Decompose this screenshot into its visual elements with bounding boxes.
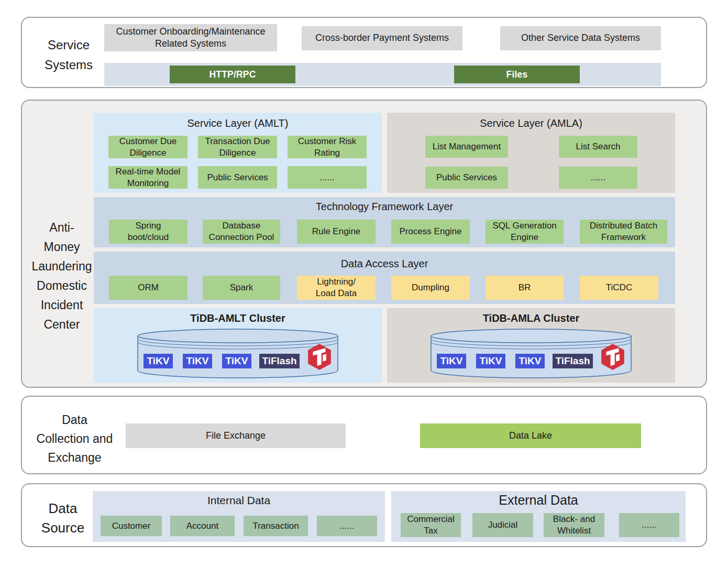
panel-tidb-amla-cluster: TiDB-AMLA Cluster TiKV TiKV TiKV TiFlash [387, 308, 675, 383]
panel-service-layer-amla: Service Layer (AMLA) List Management Lis… [387, 113, 675, 193]
section-data-collection-exchange: Data Collection and Exchange File Exchan… [21, 396, 707, 474]
panel-service-layer-amlt: Service Layer (AMLT) Customer Due Dilige… [94, 113, 382, 193]
section-service-systems: Service Systems Customer Onboarding/Main… [21, 17, 707, 88]
data-collection-label: Data Collection and Exchange [26, 410, 123, 467]
amlt-chip-public-services: Public Services [198, 166, 277, 189]
tidb-amlt-cluster-title: TiDB-AMLT Cluster [94, 308, 382, 324]
service-systems-label: Service Systems [29, 35, 108, 75]
access-chip-ticdc: TiCDC [580, 276, 658, 300]
access-chip-spark: Spark [203, 276, 280, 300]
data-source-label: Data Source [26, 499, 100, 538]
tikv-node-badge: TiKV [183, 354, 212, 368]
tikv-node-badge: TiKV [515, 354, 545, 368]
tikv-node-badge: TiKV [437, 354, 466, 368]
file-exchange-box: File Exchange [126, 423, 346, 448]
tikv-node-badge: TiKV [476, 354, 505, 368]
amla-chip-public-services: Public Services [425, 167, 508, 189]
http-rpc-connector: HTTP/RPC [170, 66, 295, 83]
tech-chip-spring-boot-cloud: Spring boot/cloud [109, 220, 187, 244]
tikv-node-badge: TiKV [144, 354, 173, 368]
panel-tidb-amlt-cluster: TiDB-AMLT Cluster TiKV TiKV TiKV TiFlash [94, 308, 382, 383]
amlt-chip-transaction-due-diligence: Transaction Due Diligence [198, 136, 277, 158]
tech-chip-distributed-batch-framework: Distributed Batch Framework [580, 220, 667, 244]
external-data-title: External Data [391, 491, 686, 508]
internal-data-title: Internal Data [93, 491, 385, 507]
service-layer-amla-title: Service Layer (AMLA) [387, 113, 675, 129]
internal-chip-more: ...... [317, 516, 377, 536]
tech-chip-database-connection-pool: Database Connection Pool [203, 220, 280, 244]
panel-internal-data: Internal Data Customer Account Transacti… [93, 491, 385, 542]
access-chip-lightning-load-data: Lightning/ Load Data [297, 276, 376, 300]
amla-chip-list-search: List Search [559, 136, 637, 158]
data-lake-box: Data Lake [420, 423, 641, 448]
tiflash-node-badge: TiFlash [553, 354, 593, 368]
tidb-amla-cluster-title: TiDB-AMLA Cluster [387, 308, 675, 324]
aml-center-label: Anti- Money Laundering Domestic Incident… [22, 218, 102, 334]
tech-chip-process-engine: Process Engine [391, 220, 470, 244]
architecture-diagram: Service Systems Customer Onboarding/Main… [0, 0, 728, 566]
section-aml-center: Anti- Money Laundering Domestic Incident… [21, 100, 707, 388]
panel-data-access-layer: Data Access Layer ORM Spark Lightning/ L… [94, 252, 675, 304]
amlt-chip-more: ...... [288, 166, 367, 189]
tiflash-node-badge: TiFlash [259, 354, 300, 368]
service-system-box-other: Other Service Data Systems [500, 26, 661, 50]
amla-chip-list-management: List Management [425, 136, 508, 158]
service-layer-amlt-title: Service Layer (AMLT) [94, 113, 382, 129]
technology-framework-layer-title: Technology Framework Layer [94, 197, 675, 213]
access-chip-dumpling: Dumpling [391, 276, 470, 300]
files-connector: Files [454, 66, 580, 83]
data-access-layer-title: Data Access Layer [94, 252, 675, 270]
tech-chip-sql-generation-engine: SQL Generation Engine [486, 220, 564, 244]
tidb-logo-icon [307, 343, 332, 371]
access-chip-br: BR [486, 276, 564, 300]
external-chip-commercial-tax: Commercial Tax [401, 513, 461, 537]
external-chip-black-whitelist: Black- and Whitelist [544, 513, 604, 537]
panel-technology-framework-layer: Technology Framework Layer Spring boot/c… [94, 197, 675, 247]
service-system-box-crossborder: Cross-border Payment Systems [302, 26, 462, 50]
amla-chip-more: ...... [559, 167, 637, 189]
internal-chip-account: Account [170, 516, 235, 536]
panel-external-data: External Data Commercial Tax Judicial Bl… [391, 491, 686, 542]
amlt-chip-customer-risk-rating: Customer Risk Rating [288, 136, 367, 158]
section-data-source: Data Source Internal Data Customer Accou… [21, 483, 707, 547]
tech-chip-rule-engine: Rule Engine [297, 220, 376, 244]
amlt-chip-realtime-model-monitoring: Real-time Model Monitoring [108, 166, 187, 189]
internal-chip-transaction: Transaction [244, 516, 308, 536]
tikv-node-badge: TiKV [222, 354, 251, 368]
external-chip-judicial: Judicial [472, 513, 533, 537]
amlt-chip-customer-due-diligence: Customer Due Diligence [108, 136, 187, 158]
internal-chip-customer: Customer [101, 516, 162, 536]
tidb-logo-icon [600, 343, 625, 371]
external-chip-more: ...... [619, 513, 679, 537]
service-system-box-onboarding: Customer Onboarding/Maintenance Related … [104, 24, 277, 51]
access-chip-orm: ORM [109, 276, 187, 300]
